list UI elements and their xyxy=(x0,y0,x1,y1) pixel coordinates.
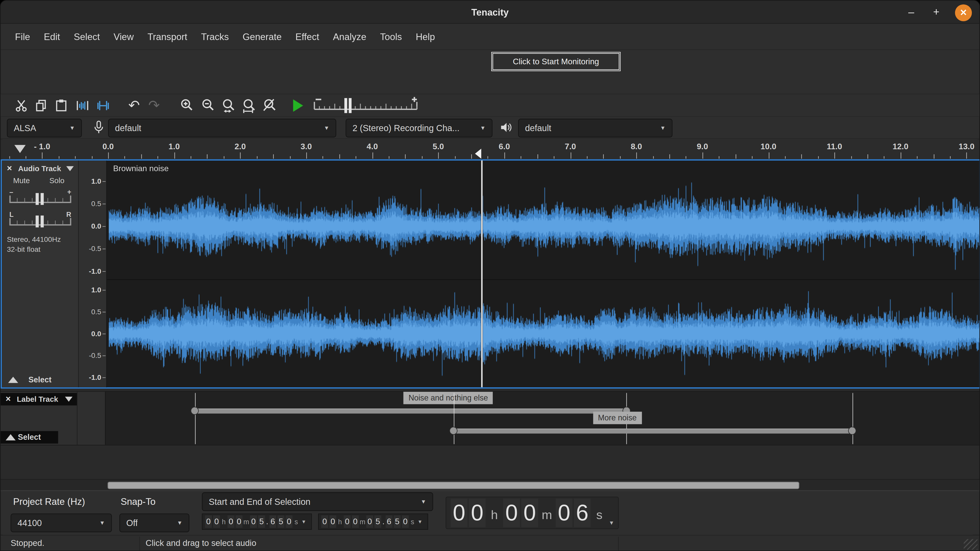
recording-channels-select[interactable]: 2 (Stereo) Recording Cha...▼ xyxy=(345,119,493,137)
audio-position-display[interactable]: 00h00m06s▼ xyxy=(445,497,619,529)
minimize-button[interactable]: – xyxy=(903,4,920,21)
time-digit[interactable]: 6 xyxy=(269,515,277,528)
time-digit[interactable]: 0 xyxy=(205,515,212,528)
chevron-down-icon[interactable]: ▼ xyxy=(609,520,614,526)
selection-end-field[interactable]: 00h00m05.650s▼ xyxy=(318,513,428,530)
resize-grip[interactable] xyxy=(964,539,977,550)
amplitude-ruler[interactable]: 1.00.50.0-0.5-1.01.00.50.0-0.5-1.0 xyxy=(79,160,107,387)
play-speed-slider[interactable] xyxy=(309,96,422,115)
close-button[interactable]: ✕ xyxy=(955,4,972,21)
label-boundary-line[interactable] xyxy=(453,393,454,444)
chevron-down-icon[interactable]: ▼ xyxy=(301,519,306,524)
time-digit[interactable]: 0 xyxy=(213,515,220,528)
gain-slider[interactable]: – + xyxy=(8,188,73,208)
waveform-canvas-area[interactable]: Brownian noise xyxy=(107,160,980,387)
menu-tools[interactable]: Tools xyxy=(373,29,409,44)
zoom-out-button[interactable] xyxy=(199,95,216,116)
selection-range-mode-select[interactable]: Start and End of Selection▼ xyxy=(202,492,433,511)
horizontal-scrollbar[interactable] xyxy=(0,479,980,490)
solo-button[interactable]: Solo xyxy=(49,176,64,185)
snap-to-select[interactable]: Off▼ xyxy=(119,513,189,532)
playhead-marker-icon[interactable] xyxy=(475,149,481,159)
playback-device-select[interactable]: default▼ xyxy=(518,119,673,137)
chevron-down-icon[interactable]: ▼ xyxy=(417,519,422,524)
time-digit[interactable]: 0 xyxy=(321,515,328,528)
paste-button[interactable] xyxy=(52,95,69,116)
trim-audio-button[interactable] xyxy=(74,95,91,116)
time-digit[interactable]: 5 xyxy=(374,515,381,528)
redo-button[interactable]: ↷ xyxy=(146,95,162,116)
time-digit[interactable]: 0 xyxy=(366,515,373,528)
time-digit[interactable]: 0 xyxy=(286,515,293,528)
label-text[interactable]: More noise xyxy=(593,412,641,424)
time-digit[interactable]: 0 xyxy=(451,499,468,527)
horizontal-scrollbar-thumb[interactable] xyxy=(107,482,799,489)
label-range-bar[interactable] xyxy=(453,429,853,433)
menu-help[interactable]: Help xyxy=(409,29,442,44)
label-handle[interactable] xyxy=(848,427,856,435)
timeline-ruler[interactable]: - 1.00.01.02.03.04.05.06.07.08.09.010.01… xyxy=(0,139,979,159)
time-digit[interactable]: 5 xyxy=(277,515,284,528)
menu-analyze[interactable]: Analyze xyxy=(326,29,373,44)
waveform-right-channel[interactable] xyxy=(107,280,980,387)
track-menu-chevron-icon[interactable] xyxy=(66,166,74,171)
copy-button[interactable] xyxy=(32,95,49,116)
time-digit[interactable]: 0 xyxy=(250,515,257,528)
timeline-options-pin-icon[interactable] xyxy=(14,145,25,153)
time-digit[interactable]: 5 xyxy=(394,515,401,528)
time-digit[interactable]: 0 xyxy=(503,499,520,527)
project-rate-select[interactable]: 44100▼ xyxy=(11,513,112,532)
time-digit[interactable]: 0 xyxy=(235,515,242,528)
undo-button[interactable]: ↶ xyxy=(126,95,142,116)
time-digit[interactable]: . xyxy=(382,515,385,528)
label-text[interactable]: Noise and nothing else xyxy=(404,392,493,404)
monitoring-tooltip[interactable]: Click to Start Monitoring xyxy=(493,53,619,70)
waveform-left-channel[interactable] xyxy=(107,160,980,279)
time-digit[interactable]: 0 xyxy=(352,515,359,528)
zoom-toggle-button[interactable] xyxy=(261,95,278,116)
recording-device-select[interactable]: default▼ xyxy=(108,119,336,137)
time-digit[interactable]: . xyxy=(266,515,269,528)
mute-button[interactable]: Mute xyxy=(13,176,30,185)
time-digit[interactable]: 0 xyxy=(469,499,486,527)
time-digit[interactable]: 6 xyxy=(574,499,590,527)
label-handle[interactable] xyxy=(449,427,458,435)
menu-generate[interactable]: Generate xyxy=(235,29,288,44)
track-select-button[interactable]: Select xyxy=(0,431,58,444)
gain-slider-thumb[interactable] xyxy=(36,193,44,205)
menu-tracks[interactable]: Tracks xyxy=(194,29,236,44)
label-canvas-area[interactable]: Noise and nothing elseMore noise xyxy=(106,392,980,445)
silence-audio-button[interactable] xyxy=(94,95,111,116)
play-at-speed-button[interactable] xyxy=(290,95,306,116)
menu-effect[interactable]: Effect xyxy=(289,29,326,44)
maximize-button[interactable]: + xyxy=(928,4,945,21)
menu-file[interactable]: File xyxy=(8,29,37,44)
cut-button[interactable] xyxy=(13,95,29,116)
time-digit[interactable]: 6 xyxy=(386,515,393,528)
menu-select[interactable]: Select xyxy=(67,29,107,44)
time-digit[interactable]: 0 xyxy=(228,515,234,528)
label-handle[interactable] xyxy=(191,407,199,415)
label-boundary-line[interactable] xyxy=(195,393,195,444)
track-menu-chevron-icon[interactable] xyxy=(65,397,73,402)
time-digit[interactable]: 0 xyxy=(344,515,351,528)
selection-start-field[interactable]: 00h00m05.650s▼ xyxy=(202,513,312,530)
menu-transport[interactable]: Transport xyxy=(141,29,194,44)
label-boundary-line[interactable] xyxy=(853,393,853,444)
time-digit[interactable]: 5 xyxy=(258,515,265,528)
close-track-icon[interactable]: × xyxy=(7,162,12,174)
time-digit[interactable]: 0 xyxy=(402,515,409,528)
audio-host-select[interactable]: ALSA▼ xyxy=(7,119,82,137)
track-area[interactable]: × Audio Track Mute Solo – + L R xyxy=(0,159,979,490)
menu-edit[interactable]: Edit xyxy=(37,29,67,44)
track-title[interactable]: Audio Track xyxy=(18,163,61,174)
track-select-button[interactable]: Select xyxy=(2,373,78,386)
close-track-icon[interactable]: × xyxy=(6,393,11,404)
track-title[interactable]: Label Track xyxy=(17,394,58,405)
zoom-in-button[interactable] xyxy=(178,95,195,116)
pan-slider[interactable]: L R xyxy=(8,210,73,230)
label-range-bar[interactable] xyxy=(195,409,627,414)
time-digit[interactable]: 0 xyxy=(555,499,573,527)
pan-slider-thumb[interactable] xyxy=(36,216,44,227)
time-digit[interactable]: 0 xyxy=(521,499,538,527)
